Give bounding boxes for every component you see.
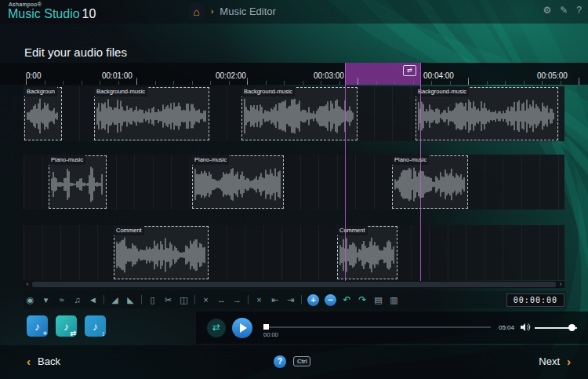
action-badge-icon: ↕ <box>102 330 106 337</box>
settings-gear-icon[interactable]: ⚙ <box>543 5 551 16</box>
scrollbar-thumb[interactable] <box>32 282 556 287</box>
wave-effect-icon[interactable]: ≈ <box>56 292 67 308</box>
clip-label: Backgroun <box>24 87 57 97</box>
volume-slider[interactable] <box>535 324 577 332</box>
audio-clip[interactable]: Piano-music <box>192 155 284 209</box>
ruler-time-label: 00:05:00 <box>537 71 568 80</box>
audio-monitor-icon[interactable]: ◉ <box>25 292 35 308</box>
audio-clip[interactable]: Piano-music <box>49 155 107 209</box>
fade-out-icon[interactable]: ◣ <box>125 292 136 308</box>
snap-right-icon[interactable]: ⇥ <box>285 292 296 308</box>
redo-button[interactable]: ↷ <box>358 292 368 308</box>
loop-region-icon[interactable]: ⇄ <box>403 65 416 76</box>
back-label: Back <box>38 355 60 369</box>
clip-label: Piano-music <box>192 155 229 165</box>
progress-track <box>263 326 491 328</box>
transport-bar: ⇄ 00:00 05:04 <box>196 312 588 344</box>
edit-note-icon[interactable]: ✎ <box>560 5 568 16</box>
volume-handle[interactable] <box>568 324 575 331</box>
audio-clip[interactable]: Backgroun <box>24 87 62 140</box>
scroll-left-icon[interactable]: ‹ <box>24 281 31 288</box>
delete-icon[interactable]: ▯ <box>147 292 158 308</box>
volume-icon[interactable]: ◄ <box>88 292 98 308</box>
dropdown-icon[interactable]: ▾ <box>41 292 51 308</box>
time-display: 00:00:00 <box>506 293 564 307</box>
ruler-time-label: 00:01:00 <box>102 71 132 80</box>
waveform <box>51 166 104 202</box>
convert-audio-button[interactable]: ♪⇄ <box>56 315 77 337</box>
waveform <box>96 98 207 134</box>
add-audio-file-button[interactable]: ♪+ <box>27 315 48 337</box>
audio-clip[interactable]: Piano-music <box>392 155 468 209</box>
music-note-icon: ♪ <box>34 320 40 333</box>
audio-clip[interactable]: Comment <box>337 226 397 279</box>
waveform <box>418 98 556 134</box>
toolbar-divider <box>248 295 249 304</box>
window-icons: ⚙ ✎ ? <box>543 5 582 16</box>
edit-toolbar: ◉▾≈♫◄◢◣▯✂◫×↔→×⇤⇥+−↶↷▤▥ 00:00:00 <box>24 291 566 308</box>
waveform <box>244 98 355 134</box>
page-title: Edit your audio files <box>24 46 127 59</box>
remove-marker-icon[interactable]: × <box>254 292 264 308</box>
back-chevron-icon: ‹ <box>27 355 31 369</box>
undo-button[interactable]: ↶ <box>342 292 352 308</box>
clip-label: Comment <box>114 226 144 235</box>
breadcrumb: ⌂ › Music Editor <box>188 3 276 20</box>
fade-in-icon[interactable]: ◢ <box>110 292 120 308</box>
waveform <box>339 237 395 273</box>
playback-progress-bar[interactable]: 00:00 <box>263 312 491 344</box>
brand-name: Music Studio <box>8 7 80 20</box>
audio-clip[interactable]: Comment <box>114 226 209 279</box>
home-button[interactable]: ⌂ <box>188 3 205 20</box>
audio-clip[interactable]: Background-music <box>241 87 358 140</box>
track-1[interactable]: BackgrounBackground-musicBackground-musi… <box>24 86 564 141</box>
speaker-icon[interactable] <box>521 321 531 335</box>
timeline-ruler[interactable]: ⇄ 0:0000:01:0000:02:0000:03:0000:04:0000… <box>0 63 588 85</box>
help-icon[interactable]: ? <box>576 5 582 16</box>
play-icon <box>240 323 247 333</box>
audio-clip[interactable]: Background-music <box>416 87 558 140</box>
ruler-time-label: 00:03:00 <box>314 71 344 80</box>
select-range-icon[interactable]: ↔ <box>216 292 227 308</box>
cut-icon[interactable]: ✂ <box>163 292 173 308</box>
zoom-in-button[interactable]: + <box>307 294 319 306</box>
track-3[interactable]: CommentComment <box>24 225 564 280</box>
home-icon: ⌂ <box>193 6 199 17</box>
import-audio-button[interactable]: ♪↕ <box>85 315 106 337</box>
back-button[interactable]: ‹ Back <box>27 355 60 369</box>
next-label: Next <box>539 355 560 369</box>
mute-icon[interactable]: × <box>201 292 211 308</box>
total-time: 05:04 <box>499 324 514 331</box>
horizontal-scrollbar[interactable]: ‹ › <box>24 281 564 288</box>
move-right-icon[interactable]: → <box>232 292 242 308</box>
snap-left-icon[interactable]: ⇤ <box>270 292 280 308</box>
breadcrumb-current: Music Editor <box>220 5 276 17</box>
elapsed-time: 00:00 <box>263 331 278 338</box>
audio-clip[interactable]: Background-music <box>94 87 209 140</box>
track-2[interactable]: Piano-musicPiano-musicPiano-music <box>24 155 564 210</box>
help-button[interactable]: ? <box>274 355 286 368</box>
toolbar-divider <box>141 295 142 304</box>
scroll-right-icon[interactable]: › <box>557 281 564 288</box>
join-icon[interactable]: ◫ <box>179 292 189 308</box>
clip-label: Background-music <box>94 87 147 97</box>
brand-version: 10 <box>82 7 96 20</box>
copy-button[interactable]: ▤ <box>373 292 383 308</box>
clip-label: Background-music <box>241 87 295 97</box>
playhead-line[interactable] <box>420 63 421 281</box>
next-button[interactable]: Next › <box>539 355 571 369</box>
next-chevron-icon: › <box>567 355 571 369</box>
breadcrumb-separator-icon: › <box>211 7 213 16</box>
top-bar: Ashampoo® Music Studio10 ⌂ › Music Edito… <box>0 0 588 24</box>
loop-playback-button[interactable]: ⇄ <box>207 319 226 337</box>
normalize-icon[interactable]: ♫ <box>72 292 82 308</box>
action-badge-icon: + <box>43 330 47 337</box>
clip-label: Background-music <box>416 87 469 97</box>
ruler-time-label: 00:02:00 <box>216 71 246 80</box>
paste-button[interactable]: ▥ <box>389 292 399 308</box>
playhead-line[interactable] <box>345 63 346 281</box>
progress-handle[interactable] <box>263 324 269 330</box>
play-button[interactable] <box>232 318 252 338</box>
waveform <box>394 166 466 202</box>
zoom-out-button[interactable]: − <box>325 294 336 306</box>
